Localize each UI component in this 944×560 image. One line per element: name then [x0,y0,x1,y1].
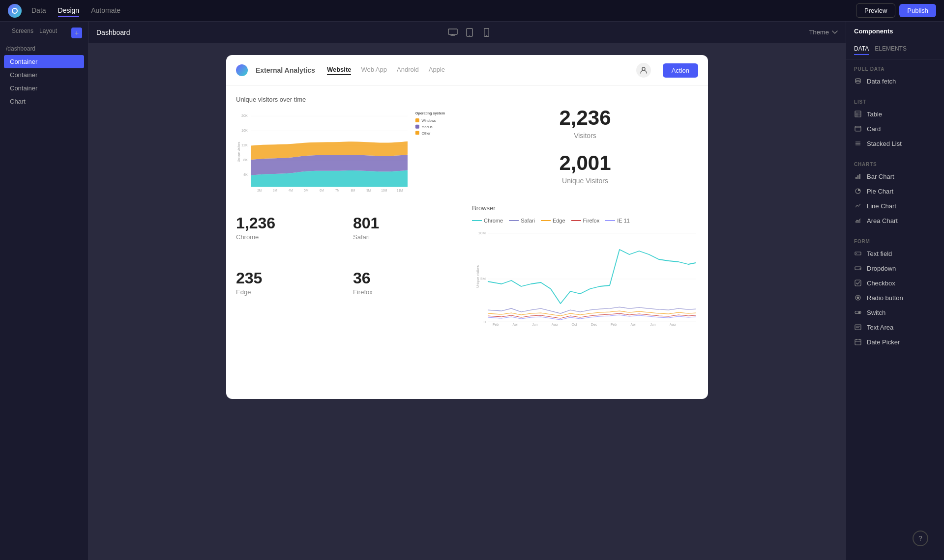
svg-text:Apr: Apr [631,323,637,326]
preview-button[interactable]: Preview [856,3,895,18]
right-sidebar-title: Components [846,22,944,41]
tab-data[interactable]: DATA [854,45,869,55]
line-chart-title: Browser [472,204,698,212]
card-icon [854,125,862,133]
legend-ie: IE 11 [617,218,630,224]
tablet-icon[interactable] [464,27,475,38]
sidebar-item-dashboard-path[interactable]: /dashboard [0,42,88,55]
tab-webapp[interactable]: Web App [361,66,387,75]
svg-text:Other: Other [422,132,431,136]
component-text-area[interactable]: Text Area [846,320,944,335]
sidebar-item-container-2[interactable]: Container [0,82,88,95]
sidebar-header: Screens Layout + [0,28,88,42]
theme-selector[interactable]: Theme [809,28,838,36]
add-screen-button[interactable]: + [71,28,82,38]
line-chart-section: Browser Chrome Safari Edge [472,204,698,326]
component-date-picker[interactable]: Date Picker [846,335,944,349]
svg-text:16K: 16K [241,129,248,133]
browser-stats: 1,236 Chrome 801 Safari 235 Edge [236,204,462,326]
svg-rect-72 [855,280,861,286]
firefox-number: 36 [353,269,462,287]
svg-point-5 [486,35,487,36]
svg-text:0: 0 [484,320,486,324]
right-sidebar: Components DATA ELEMENTS PULL DATA Data … [846,22,944,560]
bar-chart-label: Bar Chart [867,173,894,180]
dashboard-body: Unique visitors over time 20K 16K 12K 8K… [226,86,708,336]
svg-text:11M: 11M [397,189,403,192]
sidebar-item-container-active[interactable]: Container [4,55,84,68]
main-layout: Screens Layout + /dashboard Container Co… [0,22,944,560]
component-area-chart[interactable]: Area Chart [846,213,944,228]
browser-safari: 801 Safari [353,214,462,261]
list-label: LIST [846,96,944,107]
area-chart-icon [854,217,862,224]
component-table[interactable]: Table [846,107,944,121]
component-card[interactable]: Card [846,121,944,136]
tab-elements[interactable]: ELEMENTS [875,45,907,55]
firefox-label: Firefox [353,288,462,296]
component-dropdown[interactable]: Dropdown [846,261,944,276]
component-checkbox[interactable]: Checkbox [846,276,944,290]
svg-point-55 [856,79,860,81]
component-stacked-list[interactable]: Stacked List [846,136,944,151]
component-bar-chart[interactable]: Bar Chart [846,169,944,184]
table-label: Table [867,111,882,118]
tab-layout[interactable]: Layout [39,28,57,34]
tab-website[interactable]: Website [327,66,352,75]
card-label: Card [867,125,881,133]
legend-chrome: Chrome [484,218,503,224]
database-icon [854,77,862,85]
nav-data[interactable]: Data [31,4,46,17]
tab-android[interactable]: Android [397,66,419,75]
svg-text:6M: 6M [320,189,324,192]
sidebar-item-chart[interactable]: Chart [0,95,88,108]
radio-button-label: Radio button [867,294,903,302]
svg-text:7M: 7M [335,189,340,192]
svg-text:Jun: Jun [650,323,655,326]
bar-chart-icon [854,172,862,180]
mobile-icon[interactable] [481,27,492,38]
stacked-list-label: Stacked List [867,140,902,147]
form-section: FORM Text field Dropdown [846,232,944,353]
component-text-field[interactable]: Text field [846,246,944,261]
canvas-area: External Analytics Website Web App Andro… [88,43,846,560]
svg-rect-67 [859,174,861,179]
pull-data-label: PULL DATA [846,63,944,74]
action-button[interactable]: Action [663,63,698,78]
legend-safari: Safari [521,218,535,224]
svg-point-3 [469,35,470,36]
nav-design[interactable]: Design [58,4,80,17]
svg-rect-80 [855,339,861,345]
component-line-chart[interactable]: Line Chart [846,198,944,213]
sidebar-item-container-1[interactable]: Container [0,68,88,82]
help-button[interactable]: ? [913,531,928,546]
text-field-icon [854,250,862,257]
page-title: Dashboard [96,28,130,36]
dashboard-header: External Analytics Website Web App Andro… [226,55,708,86]
component-radio-button[interactable]: Radio button [846,290,944,305]
charts-section: CHARTS Bar Chart Pie Chart [846,155,944,232]
area-chart-title: Unique visitors over time [236,96,462,103]
svg-rect-69 [855,252,861,255]
component-switch[interactable]: Switch [846,305,944,320]
tab-apple[interactable]: Apple [429,66,445,75]
dropdown-icon [854,264,862,272]
table-icon [854,110,862,118]
component-pie-chart[interactable]: Pie Chart [846,184,944,198]
pie-chart-icon [854,187,862,195]
line-chart: 10M 5M 0 Unique visitors [472,227,698,326]
publish-button[interactable]: Publish [899,4,936,17]
svg-rect-30 [415,118,419,122]
svg-rect-56 [855,111,861,117]
component-data-fetch[interactable]: Data fetch [846,74,944,88]
svg-text:Dec: Dec [591,323,597,326]
browser-chrome: 1,236 Chrome [236,214,345,261]
desktop-icon[interactable] [447,27,458,38]
dashboard-app-title: External Analytics [256,66,315,74]
nav-automate[interactable]: Automate [91,4,120,17]
edge-number: 235 [236,269,345,287]
svg-point-6 [642,67,645,70]
stats-section: 2,236 Visitors 2,001 Unique Visitors [472,96,698,195]
tab-screens[interactable]: Screens [12,28,33,34]
user-settings-icon[interactable] [636,63,651,78]
